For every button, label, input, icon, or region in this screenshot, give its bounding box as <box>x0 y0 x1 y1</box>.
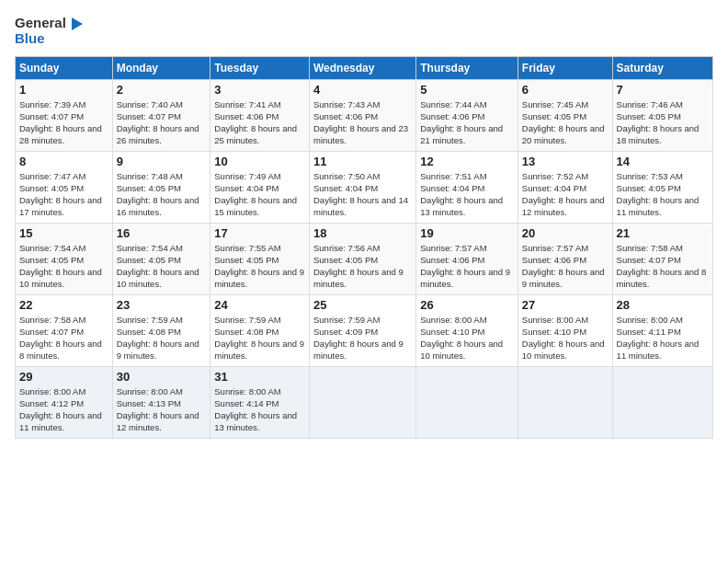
day-number: 25 <box>313 298 412 312</box>
day-number: 30 <box>117 370 207 384</box>
weekday-header-cell: Sunday <box>16 56 113 79</box>
day-number: 21 <box>617 226 709 240</box>
calendar-table: SundayMondayTuesdayWednesdayThursdayFrid… <box>15 56 713 439</box>
calendar-body: 1Sunrise: 7:39 AMSunset: 4:07 PMDaylight… <box>16 79 713 438</box>
calendar-cell: 2Sunrise: 7:40 AMSunset: 4:07 PMDaylight… <box>112 79 210 151</box>
day-info: Sunrise: 7:41 AMSunset: 4:06 PMDaylight:… <box>214 98 305 147</box>
day-info: Sunrise: 7:40 AMSunset: 4:07 PMDaylight:… <box>117 98 207 147</box>
weekday-header-cell: Monday <box>112 56 210 79</box>
day-info: Sunrise: 7:45 AMSunset: 4:05 PMDaylight:… <box>522 98 609 147</box>
day-info: Sunrise: 7:50 AMSunset: 4:04 PMDaylight:… <box>313 170 412 219</box>
calendar-cell: 7Sunrise: 7:46 AMSunset: 4:05 PMDaylight… <box>612 79 712 151</box>
day-number: 18 <box>313 226 412 240</box>
day-info: Sunrise: 7:57 AMSunset: 4:06 PMDaylight:… <box>420 242 514 291</box>
calendar-cell <box>612 366 712 438</box>
calendar-week-row: 22Sunrise: 7:58 AMSunset: 4:07 PMDayligh… <box>16 294 713 366</box>
calendar-cell: 26Sunrise: 8:00 AMSunset: 4:10 PMDayligh… <box>416 294 518 366</box>
day-number: 4 <box>313 83 412 97</box>
day-info: Sunrise: 7:51 AMSunset: 4:04 PMDaylight:… <box>420 170 514 219</box>
day-info: Sunrise: 7:52 AMSunset: 4:04 PMDaylight:… <box>522 170 609 219</box>
day-info: Sunrise: 8:00 AMSunset: 4:10 PMDaylight:… <box>522 314 609 362</box>
day-number: 6 <box>522 83 609 97</box>
day-number: 7 <box>617 83 709 97</box>
day-number: 27 <box>522 298 609 312</box>
calendar-cell: 12Sunrise: 7:51 AMSunset: 4:04 PMDayligh… <box>416 151 518 223</box>
calendar-cell: 19Sunrise: 7:57 AMSunset: 4:06 PMDayligh… <box>416 223 518 294</box>
day-info: Sunrise: 7:58 AMSunset: 4:07 PMDaylight:… <box>617 242 709 291</box>
weekday-header-cell: Thursday <box>416 56 518 79</box>
day-number: 22 <box>19 298 108 312</box>
day-info: Sunrise: 7:54 AMSunset: 4:05 PMDaylight:… <box>117 242 207 291</box>
calendar-cell: 31Sunrise: 8:00 AMSunset: 4:14 PMDayligh… <box>210 366 310 438</box>
weekday-header-row: SundayMondayTuesdayWednesdayThursdayFrid… <box>16 56 713 79</box>
calendar-week-row: 8Sunrise: 7:47 AMSunset: 4:05 PMDaylight… <box>16 151 713 223</box>
calendar-cell: 15Sunrise: 7:54 AMSunset: 4:05 PMDayligh… <box>16 223 113 294</box>
day-info: Sunrise: 7:39 AMSunset: 4:07 PMDaylight:… <box>19 98 108 147</box>
day-info: Sunrise: 7:47 AMSunset: 4:05 PMDaylight:… <box>19 170 108 219</box>
calendar-cell: 14Sunrise: 7:53 AMSunset: 4:05 PMDayligh… <box>612 151 712 223</box>
day-number: 20 <box>522 226 609 240</box>
day-info: Sunrise: 7:43 AMSunset: 4:06 PMDaylight:… <box>313 98 412 147</box>
day-info: Sunrise: 7:46 AMSunset: 4:05 PMDaylight:… <box>617 98 709 147</box>
day-info: Sunrise: 8:00 AMSunset: 4:14 PMDaylight:… <box>214 385 305 434</box>
calendar-cell: 6Sunrise: 7:45 AMSunset: 4:05 PMDaylight… <box>518 79 612 151</box>
calendar-cell: 11Sunrise: 7:50 AMSunset: 4:04 PMDayligh… <box>310 151 416 223</box>
day-info: Sunrise: 7:55 AMSunset: 4:05 PMDaylight:… <box>214 242 305 291</box>
day-number: 10 <box>214 155 305 168</box>
day-number: 13 <box>522 155 609 168</box>
day-info: Sunrise: 7:44 AMSunset: 4:06 PMDaylight:… <box>420 98 514 147</box>
calendar-cell: 13Sunrise: 7:52 AMSunset: 4:04 PMDayligh… <box>518 151 612 223</box>
calendar-cell: 25Sunrise: 7:59 AMSunset: 4:09 PMDayligh… <box>310 294 416 366</box>
day-info: Sunrise: 7:58 AMSunset: 4:07 PMDaylight:… <box>19 314 108 362</box>
calendar-week-row: 1Sunrise: 7:39 AMSunset: 4:07 PMDaylight… <box>16 79 713 151</box>
weekday-header-cell: Friday <box>518 56 612 79</box>
page-container: GeneralBlue SundayMondayTuesdayWednesday… <box>0 0 728 446</box>
calendar-cell: 24Sunrise: 7:59 AMSunset: 4:08 PMDayligh… <box>210 294 310 366</box>
calendar-cell: 4Sunrise: 7:43 AMSunset: 4:06 PMDaylight… <box>310 79 416 151</box>
logo-text: GeneralBlue <box>15 15 66 47</box>
day-info: Sunrise: 7:48 AMSunset: 4:05 PMDaylight:… <box>117 170 207 219</box>
weekday-header-cell: Saturday <box>612 56 712 79</box>
calendar-cell: 29Sunrise: 8:00 AMSunset: 4:12 PMDayligh… <box>16 366 113 438</box>
day-info: Sunrise: 7:59 AMSunset: 4:09 PMDaylight:… <box>313 314 412 362</box>
day-number: 24 <box>214 298 305 312</box>
day-number: 23 <box>117 298 207 312</box>
day-info: Sunrise: 8:00 AMSunset: 4:11 PMDaylight:… <box>617 314 709 362</box>
day-info: Sunrise: 7:53 AMSunset: 4:05 PMDaylight:… <box>617 170 709 219</box>
calendar-cell: 5Sunrise: 7:44 AMSunset: 4:06 PMDaylight… <box>416 79 518 151</box>
calendar-cell: 1Sunrise: 7:39 AMSunset: 4:07 PMDaylight… <box>16 79 113 151</box>
day-number: 12 <box>420 155 514 168</box>
day-number: 15 <box>19 226 108 240</box>
header: GeneralBlue <box>15 15 713 47</box>
svg-marker-0 <box>72 17 83 30</box>
calendar-cell: 22Sunrise: 7:58 AMSunset: 4:07 PMDayligh… <box>16 294 113 366</box>
day-number: 5 <box>420 83 514 97</box>
logo-arrow-icon <box>68 16 85 32</box>
day-number: 16 <box>117 226 207 240</box>
calendar-cell: 10Sunrise: 7:49 AMSunset: 4:04 PMDayligh… <box>210 151 310 223</box>
day-info: Sunrise: 8:00 AMSunset: 4:10 PMDaylight:… <box>420 314 514 362</box>
calendar-cell: 16Sunrise: 7:54 AMSunset: 4:05 PMDayligh… <box>112 223 210 294</box>
day-number: 8 <box>19 155 108 168</box>
day-info: Sunrise: 7:49 AMSunset: 4:04 PMDaylight:… <box>214 170 305 219</box>
logo-blue: Blue <box>15 30 45 46</box>
day-number: 9 <box>117 155 207 168</box>
calendar-cell: 18Sunrise: 7:56 AMSunset: 4:05 PMDayligh… <box>310 223 416 294</box>
calendar-cell: 17Sunrise: 7:55 AMSunset: 4:05 PMDayligh… <box>210 223 310 294</box>
calendar-week-row: 15Sunrise: 7:54 AMSunset: 4:05 PMDayligh… <box>16 223 713 294</box>
calendar-cell: 9Sunrise: 7:48 AMSunset: 4:05 PMDaylight… <box>112 151 210 223</box>
day-info: Sunrise: 7:59 AMSunset: 4:08 PMDaylight:… <box>214 314 305 362</box>
day-info: Sunrise: 8:00 AMSunset: 4:12 PMDaylight:… <box>19 385 108 434</box>
calendar-cell: 28Sunrise: 8:00 AMSunset: 4:11 PMDayligh… <box>612 294 712 366</box>
day-info: Sunrise: 7:56 AMSunset: 4:05 PMDaylight:… <box>313 242 412 291</box>
day-number: 26 <box>420 298 514 312</box>
logo: GeneralBlue <box>15 15 85 47</box>
calendar-cell <box>518 366 612 438</box>
day-number: 28 <box>617 298 709 312</box>
calendar-cell: 21Sunrise: 7:58 AMSunset: 4:07 PMDayligh… <box>612 223 712 294</box>
day-number: 29 <box>19 370 108 384</box>
day-number: 1 <box>19 83 108 97</box>
weekday-header-cell: Tuesday <box>210 56 310 79</box>
weekday-header-cell: Wednesday <box>310 56 416 79</box>
day-number: 19 <box>420 226 514 240</box>
